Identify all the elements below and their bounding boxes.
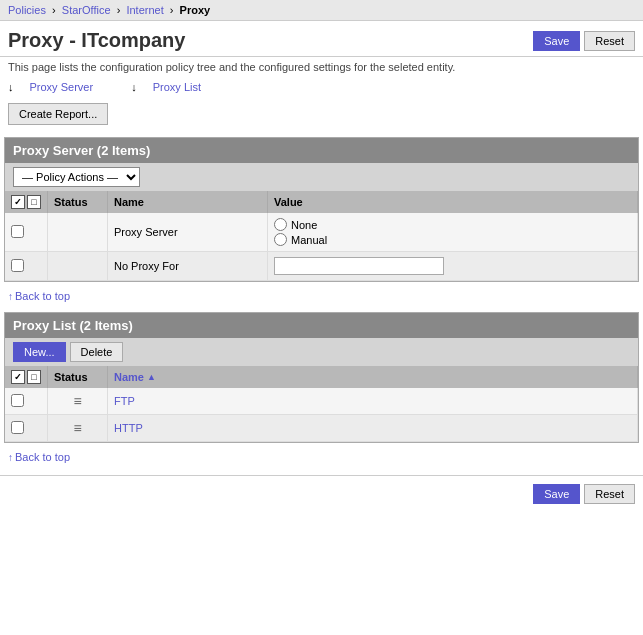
save-button-bottom[interactable]: Save [533, 484, 580, 504]
proxy-server-radio-group: None Manual [274, 218, 631, 246]
pl-col-header-name[interactable]: Name ▲ [108, 366, 638, 388]
pl-select-none-checkbox[interactable]: □ [27, 370, 41, 384]
reset-button-bottom[interactable]: Reset [584, 484, 635, 504]
row2-status [48, 252, 108, 281]
row2-value [268, 252, 638, 281]
pl-select-all-checkbox[interactable]: ✓ [11, 370, 25, 384]
proxy-server-header: Proxy Server (2 Items) [5, 138, 638, 163]
list-item: ≡ FTP [5, 388, 638, 415]
col-header-status: Status [48, 191, 108, 213]
equal-icon-1: ≡ [54, 393, 101, 409]
table-row: Proxy Server None Manual [5, 213, 638, 252]
proxy-list-section: Proxy List (2 Items) New... Delete ✓ □ S… [4, 312, 639, 443]
sort-arrow-icon: ▲ [147, 372, 156, 382]
row2-name: No Proxy For [108, 252, 268, 281]
col-header-check: ✓ □ [5, 191, 48, 213]
anchor-arrow-1: ↓ [8, 81, 14, 93]
http-link[interactable]: HTTP [114, 422, 143, 434]
equal-icon-2: ≡ [54, 420, 101, 436]
back-to-top-arrow-1: ↑ [8, 291, 13, 302]
row1-name: Proxy Server [108, 213, 268, 252]
select-none-checkbox[interactable]: □ [27, 195, 41, 209]
pl-col-header-status: Status [48, 366, 108, 388]
col-header-value: Value [268, 191, 638, 213]
row2-checkbox-cell [5, 252, 48, 281]
row2-checkbox[interactable] [11, 259, 24, 272]
col-header-name: Name [108, 191, 268, 213]
list-item: ≡ HTTP [5, 415, 638, 442]
radio-none-text: None [291, 219, 317, 231]
radio-none[interactable] [274, 218, 287, 231]
radio-manual-label[interactable]: Manual [274, 233, 631, 246]
header-buttons: Save Reset [533, 31, 635, 51]
row1-checkbox-cell [5, 213, 48, 252]
pl-row2-name: HTTP [108, 415, 638, 442]
back-to-top-label-2: Back to top [15, 451, 70, 463]
page-title: Proxy - ITcompany [8, 29, 185, 52]
radio-none-label[interactable]: None [274, 218, 631, 231]
pl-col-header-check: ✓ □ [5, 366, 48, 388]
pl-row2-checkbox[interactable] [11, 421, 24, 434]
proxy-list-header: Proxy List (2 Items) [5, 313, 638, 338]
policy-actions-select[interactable]: — Policy Actions — [13, 167, 140, 187]
page-header: Proxy - ITcompany Save Reset [0, 21, 643, 57]
row1-value: None Manual [268, 213, 638, 252]
pl-row1-checkbox-cell [5, 388, 48, 415]
proxy-server-toolbar: — Policy Actions — [5, 163, 638, 191]
create-report-button[interactable]: Create Report... [8, 103, 108, 125]
reset-button-top[interactable]: Reset [584, 31, 635, 51]
proxy-list-table: ✓ □ Status Name ▲ [5, 366, 638, 442]
pl-row2-checkbox-cell [5, 415, 48, 442]
breadcrumb-staroffice[interactable]: StarOffice [62, 4, 111, 16]
anchor-arrow-2: ↓ [131, 81, 137, 93]
proxy-list-toolbar: New... Delete [5, 338, 638, 366]
ftp-link[interactable]: FTP [114, 395, 135, 407]
back-to-top-arrow-2: ↑ [8, 452, 13, 463]
pl-row1-status: ≡ [48, 388, 108, 415]
new-button[interactable]: New... [13, 342, 66, 362]
select-all-checkbox[interactable]: ✓ [11, 195, 25, 209]
radio-manual-text: Manual [291, 234, 327, 246]
proxy-server-table: ✓ □ Status Name Value Proxy Server [5, 191, 638, 281]
no-proxy-for-input[interactable] [274, 257, 444, 275]
anchor-proxy-server[interactable]: Proxy Server [30, 81, 94, 93]
breadcrumb-policies[interactable]: Policies [8, 4, 46, 16]
page-description: This page lists the configuration policy… [0, 57, 643, 77]
back-to-top-label-1: Back to top [15, 290, 70, 302]
back-to-top-1[interactable]: ↑ Back to top [0, 286, 643, 306]
row1-checkbox[interactable] [11, 225, 24, 238]
anchor-links: ↓ Proxy Server ↓ Proxy List [0, 77, 643, 97]
radio-manual[interactable] [274, 233, 287, 246]
save-button-top[interactable]: Save [533, 31, 580, 51]
footer-buttons: Save Reset [0, 475, 643, 512]
delete-button[interactable]: Delete [70, 342, 124, 362]
breadcrumb-current: Proxy [180, 4, 211, 16]
row1-status [48, 213, 108, 252]
back-to-top-2[interactable]: ↑ Back to top [0, 447, 643, 467]
breadcrumb: Policies › StarOffice › Internet › Proxy [0, 0, 643, 21]
proxy-server-section: Proxy Server (2 Items) — Policy Actions … [4, 137, 639, 282]
pl-row1-checkbox[interactable] [11, 394, 24, 407]
pl-row2-status: ≡ [48, 415, 108, 442]
pl-col-name-label: Name [114, 371, 144, 383]
table-row: No Proxy For [5, 252, 638, 281]
anchor-proxy-list[interactable]: Proxy List [153, 81, 201, 93]
breadcrumb-internet[interactable]: Internet [126, 4, 163, 16]
pl-row1-name: FTP [108, 388, 638, 415]
